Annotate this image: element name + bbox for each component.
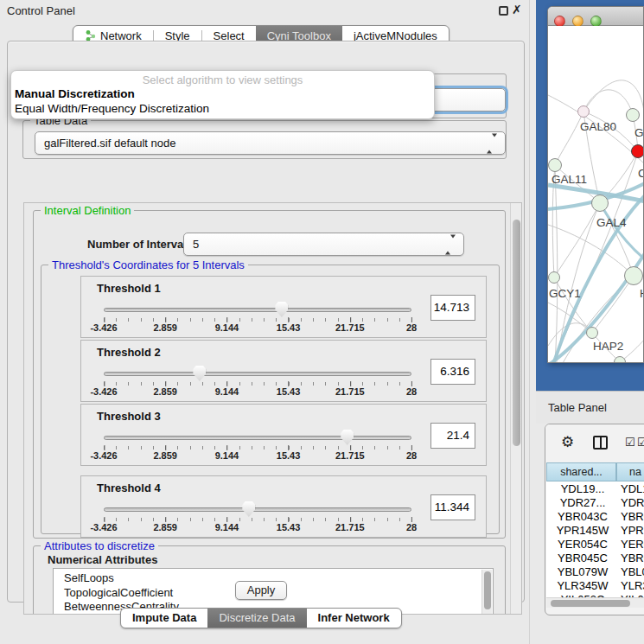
threshold-4-value-field[interactable]: 11.344 — [430, 494, 475, 520]
tick-label: 9.144 — [215, 450, 239, 461]
threshold-4-slider[interactable]: -3.426 2.859 9.144 15.43 21.715 28 — [104, 501, 411, 532]
tick-label: -3.426 — [90, 522, 117, 532]
node-label-gal4: GAL4 — [596, 216, 627, 229]
list-scrollbar[interactable] — [481, 570, 492, 615]
table-row[interactable]: YPR145WYPR1 — [546, 524, 644, 538]
float-window-icon[interactable] — [499, 6, 508, 16]
table-row[interactable]: YDR27...YDR2 — [546, 496, 644, 510]
table-row[interactable]: YDL19...YDL1 — [546, 482, 644, 496]
tick-label: -3.426 — [90, 386, 117, 397]
cell[interactable]: YBR0 — [621, 510, 644, 523]
network-node[interactable] — [591, 194, 609, 212]
apply-button[interactable]: Apply — [235, 581, 287, 600]
threshold-1-panel: Threshold 1 -3.426 2.859 9.144 15.43 21.… — [80, 276, 487, 338]
slider-track[interactable] — [104, 436, 411, 440]
settings-scrollbar-thumb[interactable] — [513, 220, 520, 446]
slider-thumb[interactable] — [275, 302, 288, 317]
close-icon[interactable]: ✗ — [512, 3, 522, 16]
threshold-2-panel: Threshold 2 -3.426 2.859 9.144 15.43 21.… — [80, 340, 487, 402]
threshold-1-value-field[interactable]: 14.713 — [430, 295, 475, 321]
table-row[interactable]: YLR345WYLR3 — [546, 579, 644, 593]
network-node[interactable] — [614, 356, 626, 363]
tick-label: 15.43 — [277, 450, 301, 461]
cell[interactable]: YDL19... — [548, 482, 617, 495]
slider-thumb[interactable] — [193, 366, 206, 381]
column-header-name[interactable]: na — [616, 462, 644, 481]
bottom-tab-bar: Impute Data Discretize Data Infer Networ… — [120, 608, 402, 628]
tick-label: -3.426 — [90, 450, 117, 461]
checkbox-select-all-icon[interactable]: ☑ — [637, 436, 644, 449]
network-canvas[interactable]: GAL80 G. C GAL11 GAL4 GCY1 H HAP2 — [548, 26, 644, 363]
split-columns-icon[interactable] — [593, 436, 608, 450]
node-label-gal11: GAL11 — [552, 173, 587, 186]
network-node[interactable] — [548, 158, 562, 172]
table-data-combobox[interactable]: galFiltered.sif default node — [35, 131, 506, 155]
gear-icon[interactable]: ⚙ — [561, 433, 574, 451]
slider-track[interactable] — [104, 308, 411, 312]
cell[interactable]: YBR0 — [621, 552, 644, 564]
cell[interactable]: YBL079W — [548, 565, 617, 578]
tick-label: 21.715 — [335, 386, 365, 397]
cell[interactable]: YPR1 — [621, 524, 644, 537]
cell[interactable]: YDR2 — [621, 496, 644, 509]
cell[interactable]: YDR27... — [548, 496, 617, 509]
table-horizontal-scrollbar-thumb[interactable] — [551, 600, 630, 607]
popup-option-manual-discretization[interactable]: Manual Discretization — [14, 87, 431, 100]
cell[interactable]: YBR043C — [548, 510, 617, 523]
cell[interactable]: YBL0 — [621, 565, 644, 578]
table-row[interactable]: YER054CYER0 — [546, 538, 644, 552]
network-view-window: GAL80 G. C GAL11 GAL4 GCY1 H HAP2 — [547, 6, 644, 363]
popup-option-equal-width-frequency[interactable]: Equal Width/Frequency Discretization — [14, 102, 431, 115]
threshold-3-slider[interactable]: -3.426 2.859 9.144 15.43 21.715 28 — [104, 429, 411, 460]
node-label-hap2: HAP2 — [593, 340, 623, 353]
node-label-gcy1: GCY1 — [549, 287, 581, 300]
network-node[interactable] — [626, 108, 640, 122]
number-of-intervals-combobox[interactable]: 5 — [183, 233, 464, 256]
cell[interactable]: YDL1 — [621, 482, 644, 495]
table-panel-header: Table Panel — [536, 391, 644, 424]
tick-label: 15.43 — [277, 522, 301, 532]
threshold-2-value-field[interactable]: 6.316 — [430, 359, 475, 385]
network-node[interactable] — [586, 327, 598, 339]
tick-label: 21.715 — [335, 450, 365, 461]
tab-impute-data[interactable]: Impute Data — [121, 609, 207, 628]
network-node[interactable] — [548, 271, 560, 284]
threshold-1-slider[interactable]: -3.426 2.859 9.144 15.43 21.715 28 — [104, 301, 411, 332]
table-row[interactable]: YBR045CYBR0 — [546, 552, 644, 565]
checkbox-select-icon[interactable]: ☑ — [625, 436, 635, 449]
column-header-shared[interactable]: shared... — [546, 462, 616, 481]
network-node-selected[interactable] — [631, 144, 644, 158]
tab-infer-network[interactable]: Infer Network — [307, 609, 401, 628]
cell[interactable]: YER0 — [621, 538, 644, 551]
tick-label: 15.43 — [277, 386, 301, 397]
slider-thumb[interactable] — [341, 430, 354, 445]
tick-label: 9.144 — [215, 386, 239, 397]
control-panel-title: Control Panel — [7, 4, 75, 17]
table-panel: ⚙ ☑ ☑ shared... na YDL19...YDL1 YDR27...… — [545, 424, 644, 615]
cell[interactable]: YER054C — [548, 538, 617, 551]
tick-label: 28 — [406, 522, 417, 532]
table-row[interactable]: YBL079WYBL0 — [546, 565, 644, 579]
cell[interactable]: YLR345W — [548, 579, 617, 592]
threshold-2-slider[interactable]: -3.426 2.859 9.144 15.43 21.715 28 — [104, 365, 411, 396]
settings-scrollbar[interactable] — [510, 203, 522, 614]
tab-discretize-data[interactable]: Discretize Data — [207, 609, 306, 628]
panel-divider — [529, 0, 530, 644]
threshold-3-value-field[interactable]: 21.4 — [430, 423, 475, 449]
cell[interactable]: YPR145W — [548, 524, 617, 537]
node-label-partial-c: C — [638, 167, 644, 180]
network-node[interactable] — [624, 266, 643, 285]
table-row[interactable]: YBR043CYBR0 — [546, 510, 644, 524]
network-window-titlebar[interactable] — [548, 7, 643, 26]
cell[interactable]: YBR045C — [548, 552, 617, 564]
cell[interactable]: YLR3 — [621, 579, 644, 592]
network-node[interactable] — [577, 105, 590, 118]
tick-label: 2.859 — [153, 522, 177, 532]
cyni-toolbox-panel: Discretization Algorithm Table Data galF… — [7, 41, 525, 603]
slider-minor-ticks — [104, 318, 411, 322]
number-of-intervals-value: 5 — [193, 238, 199, 251]
slider-track[interactable] — [104, 372, 411, 376]
table-horizontal-scrollbar[interactable] — [546, 597, 644, 608]
slider-thumb[interactable] — [242, 501, 255, 517]
slider-track[interactable] — [104, 507, 411, 512]
